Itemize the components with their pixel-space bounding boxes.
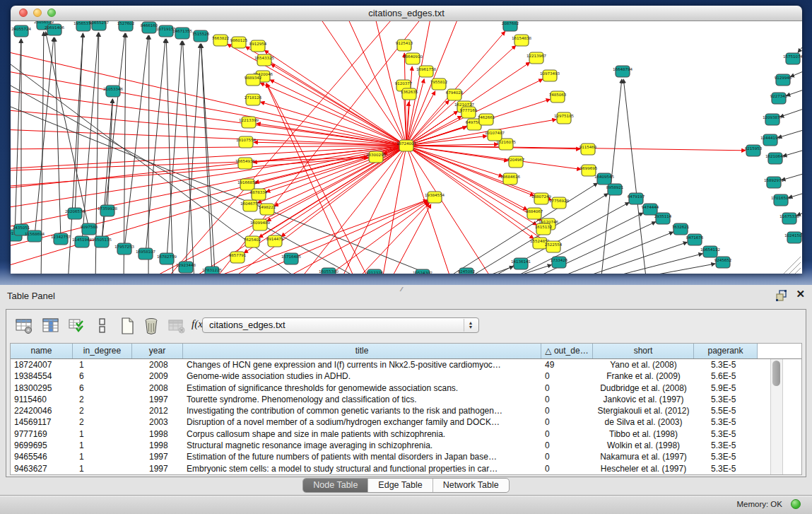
graph-node[interactable]: 18724007 [396, 140, 416, 151]
graph-node[interactable]: 8958921 [606, 184, 624, 195]
graph-node[interactable]: 7485063 [549, 91, 567, 103]
graph-node[interactable]: 8471676 [686, 234, 704, 245]
graph-node[interactable]: 16958107 [136, 248, 155, 259]
delete-rows-trash-icon[interactable] [142, 317, 160, 335]
graph-node[interactable]: 2087682 [502, 21, 519, 31]
graph-node[interactable]: 10241502 [784, 232, 802, 243]
scrollbar-thumb[interactable] [772, 361, 780, 386]
graph-node[interactable]: 12213967 [526, 52, 546, 64]
graph-node[interactable]: 7663822 [212, 35, 230, 46]
graph-node[interactable]: 9699695 [580, 165, 598, 176]
graph-node[interactable]: 9777169 [460, 107, 478, 118]
graph-node[interactable]: 17359928 [98, 205, 117, 216]
graph-node[interactable]: 21053346 [103, 86, 123, 97]
graph-node[interactable]: 8878334 [250, 189, 268, 200]
table-row[interactable]: 1872400712008Changes of HCN gene express… [11, 359, 801, 370]
graph-node[interactable]: 6479197 [628, 193, 645, 204]
graph-node[interactable]: 10107487 [485, 129, 505, 141]
graph-node[interactable]: 9115460 [579, 144, 597, 155]
vertical-scrollbar[interactable] [770, 359, 783, 474]
graph-node[interactable]: 7204967 [507, 156, 525, 168]
table-row[interactable]: 1830029562008Estimation of significance … [11, 382, 801, 394]
zoom-window-icon[interactable] [47, 8, 56, 17]
graph-node[interactable]: 16046755 [240, 200, 260, 211]
graph-node[interactable]: 19384554 [425, 192, 445, 203]
new-document-icon[interactable] [118, 317, 136, 335]
graph-node[interactable]: 12093877 [763, 114, 782, 125]
column-header-out-de-[interactable]: △ out_de… [541, 344, 593, 358]
table-column-icon[interactable] [42, 317, 60, 335]
table-select-rows-icon[interactable] [67, 317, 86, 335]
graph-node[interactable]: 11568694 [25, 230, 45, 242]
graph-node[interactable]: 7632621 [672, 223, 690, 235]
graph-node[interactable]: 7625402 [244, 236, 261, 247]
graph-node[interactable]: 15716485 [281, 253, 301, 264]
tab-network-table[interactable]: Network Table [433, 479, 509, 492]
split-view-icon[interactable] [93, 317, 111, 335]
tab-node-table[interactable]: Node Table [303, 479, 368, 492]
graph-node[interactable]: 7515526 [192, 30, 210, 42]
table-row[interactable]: 946362711997Embryonic stem cells: a mode… [11, 463, 801, 474]
graph-node[interactable]: 16543325 [254, 54, 274, 66]
graph-node[interactable]: 9860125 [230, 37, 248, 48]
graph-node[interactable]: 20206576 [65, 208, 85, 219]
graph-node[interactable]: 10524302 [413, 269, 433, 274]
graph-node[interactable]: 1733426 [551, 257, 568, 268]
graph-node[interactable]: 9125413 [396, 40, 413, 51]
column-header-in-degree[interactable]: in_degree [73, 344, 132, 358]
graph-node[interactable]: 16210643 [765, 153, 785, 164]
graph-node[interactable]: 1527602 [117, 21, 135, 31]
node-table[interactable]: namein_degreeyeartitle△ out_de…shortpage… [10, 343, 802, 475]
table-row[interactable]: 1938455462009Genome-wide association stu… [11, 370, 801, 382]
graph-node[interactable]: 12975185 [554, 112, 574, 124]
graph-node[interactable]: 16409545 [594, 173, 614, 185]
close-window-icon[interactable] [19, 8, 28, 17]
graph-node[interactable]: 12342757 [51, 233, 71, 245]
graph-node[interactable]: 18300295 [366, 151, 386, 163]
network-select[interactable]: citations_edges.txt ▲▼ [202, 317, 479, 333]
close-panel-icon[interactable]: ✕ [796, 288, 805, 300]
graph-node[interactable]: 12444195 [760, 134, 780, 146]
network-canvas[interactable]: 2405572425056579206914061956537010655257… [11, 21, 802, 274]
tab-edge-table[interactable]: Edge Table [368, 479, 433, 492]
graph-node[interactable]: 14136141 [511, 258, 531, 269]
graph-node[interactable]: 10973493 [540, 70, 560, 81]
graph-node[interactable]: 20691406 [45, 24, 64, 35]
table-row[interactable]: 2242004622012Investigating the contribut… [11, 405, 801, 416]
graph-node[interactable]: 15892971 [764, 177, 784, 188]
graph-node[interactable]: 16099489 [250, 219, 270, 230]
graph-node[interactable]: 10655257 [89, 21, 109, 30]
graph-node[interactable]: 9245082 [458, 268, 476, 274]
graph-node[interactable]: 16648794 [613, 66, 632, 77]
graph-node[interactable]: 9857791 [229, 252, 247, 263]
graph-node[interactable]: 7955812 [430, 78, 448, 90]
graph-node[interactable]: 2935114 [654, 213, 672, 224]
column-header-title[interactable]: title [183, 344, 541, 358]
graph-node[interactable]: 18684616 [500, 173, 520, 185]
graph-node[interactable]: 10654112 [700, 246, 720, 257]
graph-node[interactable]: 9227343 [770, 93, 788, 104]
column-header-pagerank[interactable]: pagerank [694, 344, 758, 358]
graph-node[interactable]: 16154838 [512, 35, 531, 46]
graph-node[interactable]: 17957253 [114, 243, 134, 255]
graph-node[interactable]: 17756928 [549, 197, 569, 209]
graph-node[interactable]: 18640910 [403, 53, 423, 64]
graph-node[interactable]: 1498222 [259, 204, 276, 215]
graph-node[interactable]: 16782759 [157, 253, 177, 264]
table-row[interactable]: 977716911998Corpus callosum shape and si… [11, 428, 801, 440]
column-header-short[interactable]: short [593, 344, 694, 358]
graph-node[interactable]: 24055724 [11, 25, 31, 37]
column-header-year[interactable]: year [132, 344, 183, 358]
graph-node[interactable]: 9129946 [775, 74, 792, 86]
graph-node[interactable]: 14671355 [172, 28, 192, 39]
graph-node[interactable]: 15751074 [783, 53, 802, 64]
graph-node[interactable]: 18654935 [235, 158, 255, 169]
graph-node[interactable]: 9245652 [714, 257, 732, 268]
graph-node[interactable]: 16055380 [319, 268, 339, 274]
graph-node[interactable]: 17831225 [202, 267, 222, 274]
graph-node[interactable]: 12213399 [239, 117, 259, 128]
table-row[interactable]: 946554611997Estimation of the future num… [11, 451, 801, 462]
minimize-window-icon[interactable] [33, 8, 42, 17]
graph-node[interactable]: 9889342 [245, 74, 262, 86]
graph-node[interactable]: 13505135 [92, 236, 112, 247]
